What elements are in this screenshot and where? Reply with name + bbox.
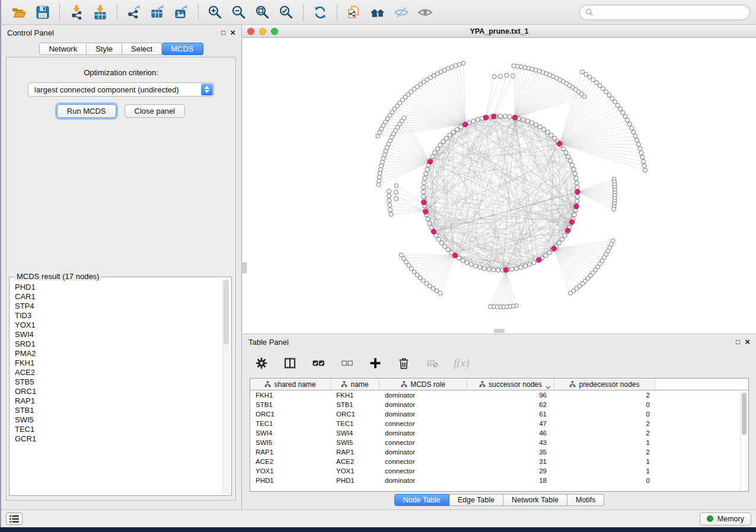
open-file-icon[interactable] (10, 4, 28, 21)
export-table-icon[interactable] (149, 4, 167, 21)
zoom-fit-icon[interactable] (254, 4, 272, 21)
show-all-icon[interactable] (416, 4, 434, 21)
first-neighbors-icon[interactable] (369, 4, 387, 21)
cell-successor-nodes: 29 (467, 466, 554, 476)
run-mcds-button[interactable]: Run MCDS (57, 104, 116, 118)
duplicate-network-icon[interactable] (345, 4, 363, 21)
cell-predecessor-nodes: 1 (554, 457, 655, 466)
mcds-result-item[interactable]: CAR1 (15, 292, 218, 302)
column-header-predecessor-nodes[interactable]: predecessor nodes (554, 379, 655, 390)
network-hscroll-handle[interactable] (494, 329, 505, 333)
show-columns-icon[interactable] (283, 356, 297, 370)
mcds-result-item[interactable]: FKH1 (15, 358, 218, 368)
table-row[interactable]: TEC1TEC1connector472 (250, 419, 740, 428)
refresh-icon[interactable] (311, 4, 329, 21)
tab-edge-table[interactable]: Edge Table (449, 494, 503, 506)
search-input[interactable] (596, 8, 744, 17)
cell-shared-name: SWI5 (250, 438, 331, 447)
save-session-icon[interactable] (34, 4, 52, 21)
cell-mcds-role: connector (379, 466, 467, 476)
mcds-result-item[interactable]: STP4 (15, 302, 218, 311)
cell-mcds-role: dominator (379, 476, 467, 485)
column-header-name[interactable]: name (331, 379, 379, 390)
float-panel-icon[interactable]: □ (221, 28, 225, 37)
float-table-panel-icon[interactable]: □ (736, 338, 740, 346)
mcds-result-item[interactable]: SWI5 (15, 415, 218, 425)
zoom-selected-icon[interactable] (277, 4, 295, 21)
cell-name: SWI4 (331, 428, 379, 438)
tab-network-table[interactable]: Network Table (503, 494, 567, 506)
table-row[interactable]: ACE2ACE2connector311 (250, 457, 740, 466)
cell-mcds-role: connector (379, 419, 467, 428)
search-box[interactable] (579, 5, 750, 20)
mcds-result-item[interactable]: GCR1 (15, 434, 218, 444)
tab-network[interactable]: Network (39, 43, 87, 55)
attributes-gear-icon[interactable] (254, 356, 269, 370)
mcds-result-item[interactable]: ACE2 (15, 368, 218, 377)
optimization-criterion-value: largest connected component (undirected) (34, 85, 179, 94)
cell-name: YOX1 (331, 466, 379, 476)
mcds-result-item[interactable]: STB5 (15, 377, 218, 387)
mcds-result-item[interactable]: SRD1 (15, 339, 218, 349)
tab-mcds[interactable]: MCDS (162, 43, 203, 55)
hide-selected-icon[interactable] (393, 4, 410, 21)
close-table-panel-icon[interactable]: × (745, 339, 750, 345)
cell-predecessor-nodes: 1 (554, 438, 655, 447)
table-row[interactable]: STB1STB1dominator620 (250, 400, 740, 409)
tab-style[interactable]: Style (87, 43, 122, 55)
task-history-button[interactable] (6, 512, 23, 525)
mcds-result-item[interactable]: TEC1 (15, 425, 218, 434)
table-scrollbar[interactable] (740, 391, 748, 491)
table-row[interactable]: SWI4SWI4dominator462 (250, 428, 740, 438)
cell-successor-nodes: 96 (467, 390, 554, 400)
toolbar-separator (117, 4, 117, 21)
table-row[interactable]: RAP1RAP1dominator352 (250, 447, 740, 457)
export-image-icon[interactable] (173, 4, 190, 21)
tab-motifs[interactable]: Motifs (567, 494, 604, 506)
network-canvas[interactable] (243, 38, 756, 334)
mcds-result-item[interactable]: RAP1 (15, 396, 218, 406)
control-panel: Control Panel □ × NetworkStyleSelectMCDS… (1, 25, 242, 509)
network-graph[interactable] (243, 38, 756, 334)
import-table-icon[interactable] (91, 4, 109, 21)
table-row[interactable]: ORC1ORC1dominator610 (250, 409, 740, 419)
column-header-MCDS-role[interactable]: MCDS role (379, 379, 467, 390)
application-window: Control Panel □ × NetworkStyleSelectMCDS… (0, 0, 756, 527)
export-network-icon[interactable] (125, 4, 143, 21)
mcds-tab-content: Optimization criterion: largest connecte… (6, 57, 236, 501)
cell-successor-nodes: 47 (467, 419, 554, 428)
optimization-criterion-select[interactable]: largest connected component (undirected) (28, 82, 214, 97)
cell-shared-name: YOX1 (250, 466, 331, 476)
zoom-out-icon[interactable] (230, 4, 248, 21)
table-row[interactable]: PHD1PHD1dominator180 (250, 476, 740, 485)
mcds-result-item[interactable]: TID3 (15, 311, 218, 321)
import-network-icon[interactable] (68, 4, 85, 21)
column-header-successor-nodes[interactable]: successor nodes (467, 379, 554, 390)
select-all-columns-icon[interactable] (311, 356, 326, 370)
add-column-icon[interactable] (368, 356, 382, 370)
memory-button[interactable]: Memory (700, 512, 751, 525)
zoom-in-icon[interactable] (206, 4, 224, 21)
tab-select[interactable]: Select (122, 43, 162, 55)
cell-shared-name: ORC1 (250, 409, 331, 419)
tab-node-table[interactable]: Node Table (394, 494, 449, 506)
table-toolbar: f(x) (243, 350, 756, 377)
mcds-result-item[interactable]: YOX1 (15, 321, 218, 330)
cell-successor-nodes: 62 (467, 400, 554, 409)
delete-column-icon[interactable] (397, 356, 411, 370)
unselect-all-columns-icon[interactable] (340, 356, 354, 370)
mcds-result-item[interactable]: ORC1 (15, 387, 218, 396)
mcds-result-list[interactable]: PHD1CAR1STP4TID3YOX1SWI4SRD1PMA2FKH1ACE2… (11, 279, 222, 493)
mcds-result-item[interactable]: PHD1 (15, 283, 218, 292)
mcds-list-scrollbar[interactable] (222, 279, 229, 493)
column-header-shared-name[interactable]: shared name (250, 379, 331, 390)
table-row[interactable]: YOX1YOX1connector291 (250, 466, 740, 476)
mcds-result-item[interactable]: SWI4 (15, 330, 218, 339)
mcds-result-item[interactable]: STB1 (15, 406, 218, 415)
table-row[interactable]: FKH1FKH1dominator962 (250, 390, 740, 400)
panel-split-handle[interactable] (243, 262, 247, 273)
close-panel-icon[interactable]: × (230, 30, 235, 36)
mcds-result-item[interactable]: PMA2 (15, 349, 218, 358)
close-panel-button[interactable]: Close panel (125, 104, 186, 118)
table-row[interactable]: SWI5SWI5connector431 (250, 438, 740, 447)
